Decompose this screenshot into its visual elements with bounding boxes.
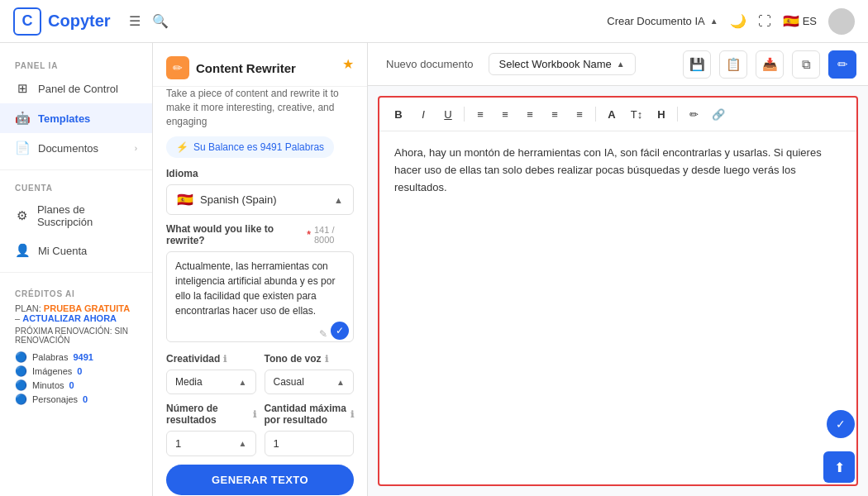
panel-control-icon: ⊞ <box>15 81 30 96</box>
palabras-icon: 🔵 <box>15 351 27 363</box>
scroll-top-btn[interactable]: ⬆ <box>823 451 855 483</box>
generar-texto-btn[interactable]: GENERAR TEXTO <box>166 465 354 495</box>
sidebar-item-templates[interactable]: 🤖 Templates <box>0 103 152 133</box>
creatividad-tono-row: Creatividad ℹ Media ▲ Tono de voz ℹ Casu… <box>166 353 354 394</box>
palabras-label: Palabras <box>32 352 68 362</box>
num-resultados-chevron-icon[interactable]: ▲ <box>239 439 247 448</box>
crear-chevron-icon: ▲ <box>710 17 718 26</box>
tool-description: Take a piece of content and rewrite it t… <box>153 87 367 136</box>
tool-favorite-star[interactable]: ★ <box>342 56 354 72</box>
tono-info-icon[interactable]: ℹ <box>325 354 328 365</box>
cantidad-max-value: 1 <box>274 437 279 450</box>
fmt-sep-2 <box>595 107 596 122</box>
format-bar: B I U ≡ ≡ ≡ ≡ ≡ A T↕ H ✏ 🔗 <box>379 98 856 131</box>
minutos-count: 0 <box>69 380 74 390</box>
doc-edit-btn[interactable]: ✏ <box>828 50 856 79</box>
sidebar-item-mi-cuenta[interactable]: 👤 Mi Cuenta <box>0 236 152 265</box>
center-panel: ✏ Content Rewriter ★ Take a piece of con… <box>153 43 368 496</box>
format-align-left-btn[interactable]: ≡ <box>470 104 491 124</box>
fmt-sep-1 <box>464 107 465 122</box>
sidebar-item-panel-control[interactable]: ⊞ Panel de Control <box>0 74 152 103</box>
documentos-icon: 📄 <box>15 141 30 155</box>
tono-select[interactable]: Casual ▲ <box>265 370 355 394</box>
sidebar-item-label: Mi Cuenta <box>38 245 87 257</box>
lang-selector-value: Spanish (Spain) <box>200 193 277 206</box>
num-resultados-col: Número de resultados ℹ 1 ▲ <box>166 403 256 456</box>
dark-mode-icon[interactable]: 🌙 <box>730 13 746 29</box>
format-font-color-btn[interactable]: A <box>601 104 622 124</box>
format-align-justify-btn[interactable]: ≡ <box>544 104 565 124</box>
format-pen-btn[interactable]: ✏ <box>683 104 704 124</box>
workbook-select[interactable]: Select Workbook Name ▲ <box>489 53 636 75</box>
credit-row-palabras: 🔵 Palabras 9491 <box>15 351 137 363</box>
doc-download-btn[interactable]: 📥 <box>756 50 784 79</box>
documentos-arrow-icon: › <box>135 144 137 153</box>
lang-selector[interactable]: 🇪🇸 Spanish (Spain) ▲ <box>166 184 354 215</box>
doc-copy-btn[interactable]: 📋 <box>719 50 747 79</box>
lang-inner: 🇪🇸 Spanish (Spain) <box>177 192 277 207</box>
format-font-size-btn[interactable]: T↕ <box>626 104 647 124</box>
sidebar-item-documentos[interactable]: 📄 Documentos › <box>0 133 152 163</box>
search-icon[interactable]: 🔍 <box>152 13 169 29</box>
logo[interactable]: C Copyter <box>13 7 111 36</box>
sidebar-divider-2 <box>0 272 152 273</box>
plan-upgrade-link[interactable]: ACTUALIZAR AHORA <box>22 313 117 323</box>
format-bold-btn[interactable]: B <box>388 104 409 124</box>
tool-icon-box: ✏ <box>166 56 189 79</box>
rewrite-section: What would you like to rewrite? * 141 / … <box>153 223 367 353</box>
edit-icon[interactable]: ✎ <box>319 328 327 340</box>
tono-value: Casual <box>274 376 304 388</box>
fmt-sep-3 <box>677 107 678 122</box>
sidebar: PANEL IA ⊞ Panel de Control 🤖 Templates … <box>0 43 153 496</box>
cantidad-max-stepper[interactable]: 1 <box>265 431 355 456</box>
cantidad-max-info-icon[interactable]: ℹ <box>351 409 354 420</box>
credit-row-personajes: 🔵 Personajes 0 <box>15 393 137 405</box>
topnav-icons: ☰ 🔍 <box>129 13 169 29</box>
creatividad-chevron-icon: ▲ <box>239 378 247 387</box>
panel-section-label: PANEL IA <box>0 55 152 74</box>
num-resultados-stepper[interactable]: 1 ▲ <box>166 431 256 456</box>
num-resultados-info-icon[interactable]: ℹ <box>253 409 256 420</box>
format-link-btn[interactable]: 🔗 <box>708 104 729 124</box>
format-heading-btn[interactable]: H <box>651 104 672 124</box>
fullscreen-icon[interactable]: ⛶ <box>758 14 771 29</box>
creatividad-select[interactable]: Media ▲ <box>166 370 256 394</box>
creatividad-info-icon[interactable]: ℹ <box>223 354 227 365</box>
editor-area: B I U ≡ ≡ ≡ ≡ ≡ A T↕ H ✏ 🔗 <box>368 86 868 496</box>
format-underline-btn[interactable]: U <box>437 104 459 124</box>
sidebar-item-label: Panel de Control <box>38 83 118 95</box>
credit-row-imagenes: 🔵 Imágenes 0 <box>15 365 137 377</box>
doc-save-btn[interactable]: 💾 <box>683 50 711 79</box>
editor-container: B I U ≡ ≡ ≡ ≡ ≡ A T↕ H ✏ 🔗 <box>378 96 858 486</box>
lang-code: ES <box>803 15 817 27</box>
workbook-label: Select Workbook Name <box>499 58 612 70</box>
format-align-right-btn[interactable]: ≡ <box>519 104 541 124</box>
tool-title: Content Rewriter <box>196 61 296 75</box>
sidebar-divider <box>0 169 152 170</box>
format-italic-btn[interactable]: I <box>413 104 434 124</box>
balance-text: Su Balance es 9491 Palabras <box>193 141 324 153</box>
doc-duplicate-btn[interactable]: ⧉ <box>792 50 820 79</box>
cantidad-max-label: Cantidad máxima por resultado ℹ <box>265 403 355 426</box>
cuenta-section-label: CUENTA <box>0 177 152 196</box>
floating-check-btn[interactable]: ✓ <box>827 410 855 438</box>
workbook-chevron-icon: ▲ <box>617 60 625 69</box>
format-align-center-btn[interactable]: ≡ <box>494 104 516 124</box>
sidebar-credits: CRÉDITOS AI PLAN: PRUEBA GRATUITA – ACTU… <box>0 279 152 417</box>
doc-name-tab[interactable]: Nuevo documento <box>379 55 480 74</box>
templates-icon: 🤖 <box>15 111 30 126</box>
editor-content[interactable]: Ahora, hay un montón de herramientas con… <box>379 131 856 484</box>
language-selector[interactable]: 🇪🇸 ES <box>783 13 817 29</box>
cantidad-max-col: Cantidad máxima por resultado ℹ 1 <box>265 403 355 456</box>
sidebar-item-label: Documentos <box>38 142 98 155</box>
doc-duplicate-icon: ⧉ <box>802 57 811 72</box>
crear-documento-btn[interactable]: Crear Documento IA ▲ <box>607 15 718 27</box>
imagenes-icon: 🔵 <box>15 365 27 377</box>
format-list-btn[interactable]: ≡ <box>569 104 590 124</box>
user-avatar[interactable] <box>828 8 855 35</box>
menu-icon[interactable]: ☰ <box>129 13 141 29</box>
plan-trial-label: PRUEBA GRATUITA <box>44 303 130 313</box>
sidebar-item-planes[interactable]: ⚙ Planes de Suscripción <box>0 196 152 236</box>
mi-cuenta-icon: 👤 <box>15 243 30 258</box>
planes-icon: ⚙ <box>15 208 29 223</box>
